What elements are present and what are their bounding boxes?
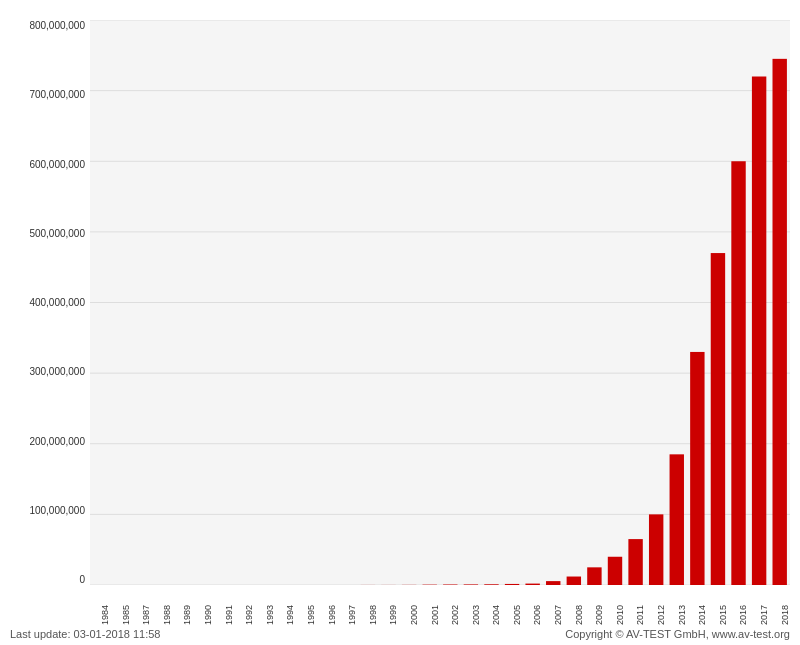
- x-axis-label: 1987: [141, 605, 151, 626]
- bar-2014: [690, 352, 704, 585]
- x-axis-label: 2009: [595, 605, 605, 626]
- bar-2015: [711, 253, 725, 585]
- bar-2003: [464, 584, 478, 585]
- bar-2012: [649, 514, 663, 585]
- bar-2013: [670, 454, 684, 585]
- x-axis-label: 2011: [636, 605, 646, 626]
- bar-2008: [567, 577, 581, 585]
- x-axis-label: 2005: [512, 605, 522, 626]
- bar-2007: [546, 581, 560, 585]
- bar-2009: [587, 567, 601, 585]
- x-axis-label: 1988: [162, 605, 172, 626]
- x-axis-label: 1989: [183, 605, 193, 626]
- x-axis-label: 2016: [739, 605, 749, 626]
- y-axis-label: 700,000,000: [29, 89, 85, 100]
- x-axis-label: 2012: [656, 605, 666, 626]
- x-axis: 1984198519871988198919901991199219931994…: [90, 610, 790, 625]
- x-axis-label: 2010: [615, 605, 625, 626]
- x-axis-label: 2007: [553, 605, 563, 626]
- y-axis-label: 500,000,000: [29, 228, 85, 239]
- bar-2006: [525, 584, 539, 585]
- y-axis: 800,000,000700,000,000600,000,000500,000…: [0, 20, 90, 585]
- x-axis-label: 1999: [389, 605, 399, 626]
- x-axis-label: 2018: [780, 605, 790, 626]
- x-axis-label: 1984: [100, 605, 110, 626]
- copyright-label: Copyright © AV-TEST GmbH, www.av-test.or…: [565, 628, 790, 640]
- bar-2004: [484, 584, 498, 585]
- bar-2005: [505, 584, 519, 585]
- x-axis-label: 1991: [224, 605, 234, 626]
- x-axis-label: 1997: [347, 605, 357, 626]
- x-axis-label: 2001: [430, 605, 440, 626]
- bar-2011: [628, 539, 642, 585]
- y-axis-label: 200,000,000: [29, 436, 85, 447]
- x-axis-label: 2003: [471, 605, 481, 626]
- y-axis-label: 600,000,000: [29, 159, 85, 170]
- bar-2018: [773, 59, 787, 585]
- last-update-label: Last update: 03-01-2018 11:58: [10, 628, 160, 640]
- y-axis-label: 400,000,000: [29, 297, 85, 308]
- x-axis-label: 2008: [574, 605, 584, 626]
- chart-area: [90, 20, 790, 585]
- chart-footer: Last update: 03-01-2018 11:58 Copyright …: [10, 628, 790, 640]
- x-axis-label: 2004: [492, 605, 502, 626]
- x-axis-label: 1995: [306, 605, 316, 626]
- x-axis-label: 1990: [203, 605, 213, 626]
- x-axis-label: 2002: [450, 605, 460, 626]
- bar-2010: [608, 557, 622, 585]
- x-axis-label: 2014: [698, 605, 708, 626]
- x-axis-label: 2000: [409, 605, 419, 626]
- y-axis-label: 800,000,000: [29, 20, 85, 31]
- x-axis-label: 1996: [327, 605, 337, 626]
- x-axis-label: 1993: [265, 605, 275, 626]
- x-axis-label: 2017: [759, 605, 769, 626]
- y-axis-label: 300,000,000: [29, 366, 85, 377]
- bar-2017: [752, 77, 766, 586]
- y-axis-label: 100,000,000: [29, 505, 85, 516]
- x-axis-label: 2013: [677, 605, 687, 626]
- chart-svg: [90, 20, 790, 585]
- x-axis-label: 1998: [368, 605, 378, 626]
- bar-2016: [731, 161, 745, 585]
- chart-container: Total Malware 800,000,000700,000,000600,…: [0, 0, 800, 645]
- x-axis-label: 2015: [718, 605, 728, 626]
- x-axis-label: 2006: [533, 605, 543, 626]
- y-axis-label: 0: [79, 574, 85, 585]
- x-axis-label: 1992: [244, 605, 254, 626]
- x-axis-label: 1985: [121, 605, 131, 626]
- x-axis-label: 1994: [286, 605, 296, 626]
